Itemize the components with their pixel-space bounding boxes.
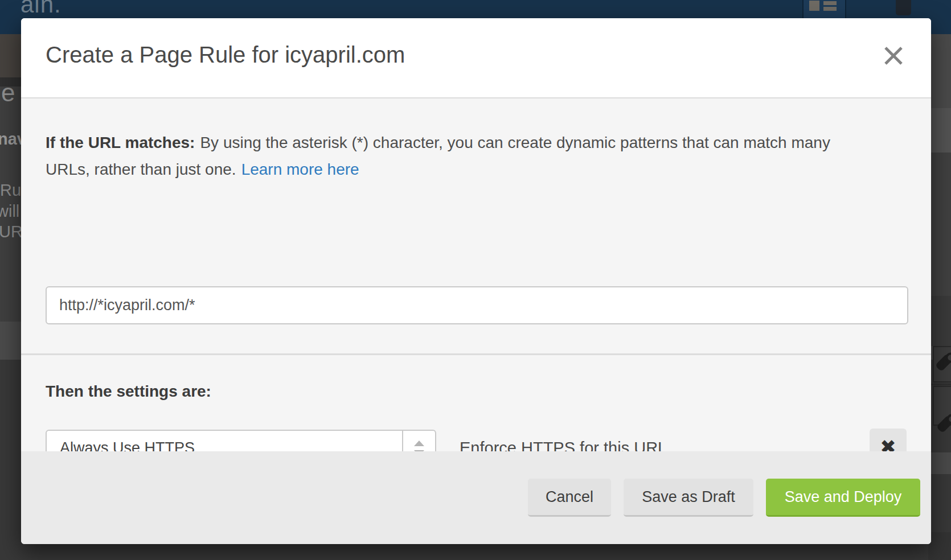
- background-topbar-text: ain.: [21, 0, 62, 18]
- layout-bar-icon: [823, 7, 837, 11]
- cancel-button[interactable]: Cancel: [528, 479, 611, 517]
- url-match-paragraph: If the URL matches:By using the asterisk…: [46, 129, 854, 183]
- section-divider: [21, 353, 931, 355]
- url-pattern-input[interactable]: [46, 286, 908, 324]
- background-band: [928, 108, 951, 153]
- background-band: [928, 532, 951, 560]
- close-button[interactable]: [882, 44, 905, 67]
- url-match-label: If the URL matches:: [46, 134, 195, 151]
- layout-grid-icon: [809, 1, 819, 11]
- layout-bar-icon: [823, 1, 837, 5]
- create-page-rule-modal: Create a Page Rule for icyapril.com If t…: [21, 18, 931, 544]
- chevron-up-icon: [414, 440, 424, 446]
- background-text-fragment: e: [1, 79, 15, 107]
- modal-footer: Cancel Save as Draft Save and Deploy: [21, 451, 931, 544]
- background-text-fragment: Ru: [0, 181, 21, 200]
- save-and-deploy-button[interactable]: Save and Deploy: [766, 479, 920, 517]
- topbar-dark-icon: [896, 0, 911, 15]
- background-band: [928, 34, 951, 108]
- background-text-fragment: UR: [0, 223, 23, 241]
- save-as-draft-button[interactable]: Save as Draft: [624, 479, 753, 517]
- learn-more-link[interactable]: Learn more here: [241, 160, 359, 178]
- close-icon: [883, 46, 904, 66]
- background-band: [928, 452, 951, 474]
- background-text-fragment: will: [0, 202, 19, 221]
- background-band: [928, 296, 951, 346]
- modal-header: Create a Page Rule for icyapril.com: [21, 18, 931, 98]
- modal-title: Create a Page Rule for icyapril.com: [46, 42, 405, 68]
- modal-body: If the URL matches:By using the asterisk…: [21, 100, 931, 451]
- background-band: [928, 153, 951, 296]
- settings-heading: Then the settings are:: [46, 382, 211, 401]
- background-divider: [928, 384, 951, 385]
